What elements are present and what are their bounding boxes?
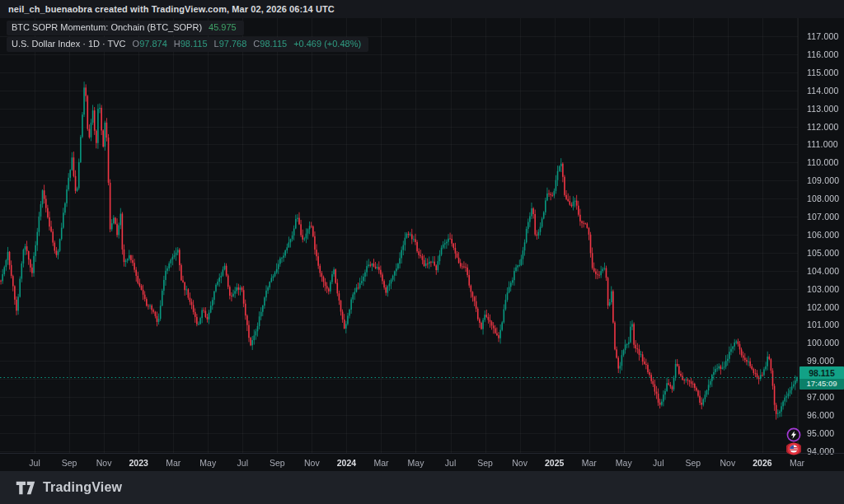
open-value: 97.874	[139, 39, 167, 49]
time-tick-month-label: Mar	[582, 458, 597, 468]
price-tick-label: 109.000	[807, 175, 839, 185]
price-tick-label: 110.000	[807, 157, 839, 167]
time-tick-year-label: 2024	[337, 458, 356, 468]
lightning-event-icon[interactable]	[786, 427, 801, 442]
time-tick-month-label: Jul	[445, 458, 456, 468]
price-tick-label: 102.000	[807, 302, 839, 312]
change-value: +0.469 (+0.48%)	[293, 39, 361, 49]
time-tick-month-label: Nov	[512, 458, 528, 468]
time-tick-month-label: Nov	[304, 458, 320, 468]
current-price-value: 98.115	[799, 366, 844, 379]
high-value: 98.115	[181, 39, 208, 49]
chart-legend: BTC SOPR Momentum: Onchain (BTC_SOPR)45.…	[7, 21, 368, 54]
us-economic-event-icon[interactable]	[786, 441, 801, 456]
attribution-text: neil_ch_buenaobra created with TradingVi…	[8, 4, 335, 14]
time-tick-month-label: Sep	[270, 458, 285, 468]
brand-name: TradingView	[43, 480, 122, 495]
time-tick-month-label: Mar	[790, 458, 804, 468]
price-tick-label: 117.000	[807, 31, 839, 41]
low-value: 97.768	[219, 39, 247, 49]
sopr-value: 45.975	[209, 22, 237, 32]
time-tick-month-label: Jul	[29, 458, 40, 468]
attribution-bar: neil_ch_buenaobra created with TradingVi…	[0, 0, 844, 18]
price-tick-label: 112.000	[807, 122, 839, 132]
time-tick-month-label: Nov	[720, 458, 736, 468]
time-tick-month-label: Sep	[685, 458, 701, 468]
price-tick-label: 99.000	[807, 356, 834, 366]
tradingview-logo[interactable]: TradingView	[15, 480, 122, 496]
time-tick-month-label: Sep	[477, 458, 493, 468]
footer-bar: TradingView	[0, 471, 844, 504]
legend-row-sopr[interactable]: BTC SOPR Momentum: Onchain (BTC_SOPR)45.…	[7, 21, 244, 35]
time-tick-month-label: Mar	[373, 458, 388, 468]
time-tick-month-label: Mar	[166, 458, 181, 468]
time-tick-month-label: Nov	[96, 458, 112, 468]
sopr-title: BTC SOPR Momentum: Onchain (BTC_SOPR)	[12, 22, 202, 32]
price-axis[interactable]: 98.115 17:45:09 94.00095.00096.00097.000…	[798, 18, 844, 453]
price-tick-label: 108.000	[807, 194, 839, 203]
lightning-icon	[786, 427, 801, 442]
time-tick-year-label: 2025	[545, 458, 564, 468]
time-tick-year-label: 2023	[129, 458, 148, 468]
price-tick-label: 100.000	[807, 338, 839, 348]
high-label: H	[174, 39, 181, 49]
price-tick-label: 96.000	[807, 410, 834, 420]
close-value: 98.115	[260, 39, 287, 49]
price-tick-label: 107.000	[807, 212, 839, 222]
time-tick-month-label: Jul	[653, 458, 663, 468]
price-tick-label: 103.000	[807, 284, 839, 294]
legend-row-dxy[interactable]: U.S. Dollar Index · 1D · TVCO97.874H98.1…	[7, 37, 368, 52]
time-tick-month-label: May	[199, 458, 216, 468]
time-tick-year-label: 2026	[753, 458, 771, 468]
price-tick-label: 114.000	[807, 86, 839, 96]
chart-area: BTC SOPR Momentum: Onchain (BTC_SOPR)45.…	[0, 18, 844, 453]
time-tick-month-label: May	[408, 458, 424, 468]
price-tick-label: 115.000	[807, 68, 839, 77]
price-tick-label: 111.000	[807, 139, 838, 149]
price-tick-label: 97.000	[807, 392, 834, 402]
time-tick-month-label: Sep	[62, 458, 77, 468]
price-tick-label: 106.000	[807, 230, 839, 240]
time-tick-month-label: Jul	[237, 458, 248, 468]
time-tick-month-label: May	[616, 458, 632, 468]
price-tick-label: 113.000	[807, 104, 839, 114]
open-label: O	[133, 39, 140, 49]
price-tick-label: 116.000	[807, 49, 839, 59]
price-tick-label: 105.000	[807, 248, 839, 258]
price-tick-label: 104.000	[807, 266, 839, 276]
price-tick-label: 95.000	[807, 428, 834, 438]
current-price-badge[interactable]: 98.115 17:45:09	[799, 366, 844, 390]
time-axis[interactable]: JulSepNov2023MarMayJulSepNov2024MarMayJu…	[0, 453, 844, 471]
symbol-title: U.S. Dollar Index · 1D · TVC	[12, 39, 126, 49]
us-flag-icon	[786, 441, 801, 456]
candlestick-chart[interactable]	[0, 18, 844, 453]
tradingview-logo-icon	[15, 480, 36, 496]
tradingview-chart-window: neil_ch_buenaobra created with TradingVi…	[0, 0, 844, 504]
countdown-timer: 17:45:09	[799, 379, 844, 390]
price-tick-label: 101.000	[807, 320, 839, 329]
